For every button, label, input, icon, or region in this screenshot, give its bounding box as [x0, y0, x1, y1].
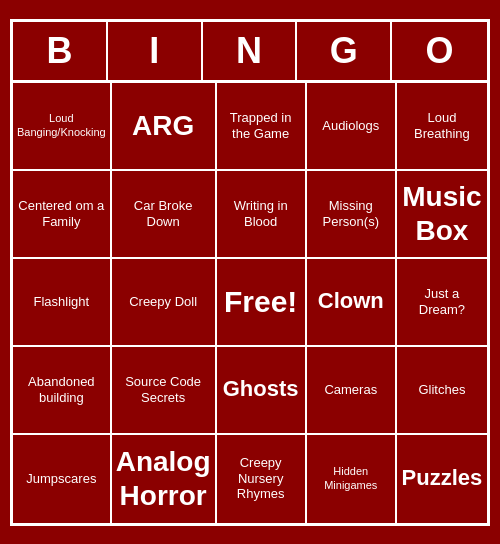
bingo-cell-15: Abandoned building: [13, 347, 112, 435]
bingo-cell-20: Jumpscares: [13, 435, 112, 523]
bingo-cell-11: Creepy Doll: [112, 259, 217, 347]
bingo-cell-17: Ghosts: [217, 347, 307, 435]
bingo-cell-10: Flashlight: [13, 259, 112, 347]
bingo-cell-21: Analog Horror: [112, 435, 217, 523]
bingo-cell-23: Hidden Minigames: [307, 435, 397, 523]
bingo-cell-8: Missing Person(s): [307, 171, 397, 259]
bingo-card: BINGO Loud Banging/KnockingARGTrapped in…: [10, 19, 490, 526]
bingo-cell-24: Puzzles: [397, 435, 487, 523]
bingo-cell-13: Clown: [307, 259, 397, 347]
header-letter-o: O: [392, 22, 487, 80]
bingo-cell-6: Car Broke Down: [112, 171, 217, 259]
bingo-cell-5: Centered om a Family: [13, 171, 112, 259]
bingo-cell-22: Creepy Nursery Rhymes: [217, 435, 307, 523]
bingo-cell-7: Writing in Blood: [217, 171, 307, 259]
bingo-cell-9: Music Box: [397, 171, 487, 259]
bingo-cell-1: ARG: [112, 83, 217, 171]
header-letter-g: G: [297, 22, 392, 80]
header-letter-i: I: [108, 22, 203, 80]
bingo-header: BINGO: [13, 22, 487, 83]
bingo-cell-2: Trapped in the Game: [217, 83, 307, 171]
bingo-cell-19: Glitches: [397, 347, 487, 435]
bingo-cell-14: Just a Dream?: [397, 259, 487, 347]
bingo-cell-3: Audiologs: [307, 83, 397, 171]
bingo-cell-12: Free!: [217, 259, 307, 347]
bingo-cell-16: Source Code Secrets: [112, 347, 217, 435]
bingo-grid: Loud Banging/KnockingARGTrapped in the G…: [13, 83, 487, 523]
bingo-cell-18: Cameras: [307, 347, 397, 435]
bingo-cell-4: Loud Breathing: [397, 83, 487, 171]
header-letter-n: N: [203, 22, 298, 80]
bingo-cell-0: Loud Banging/Knocking: [13, 83, 112, 171]
header-letter-b: B: [13, 22, 108, 80]
